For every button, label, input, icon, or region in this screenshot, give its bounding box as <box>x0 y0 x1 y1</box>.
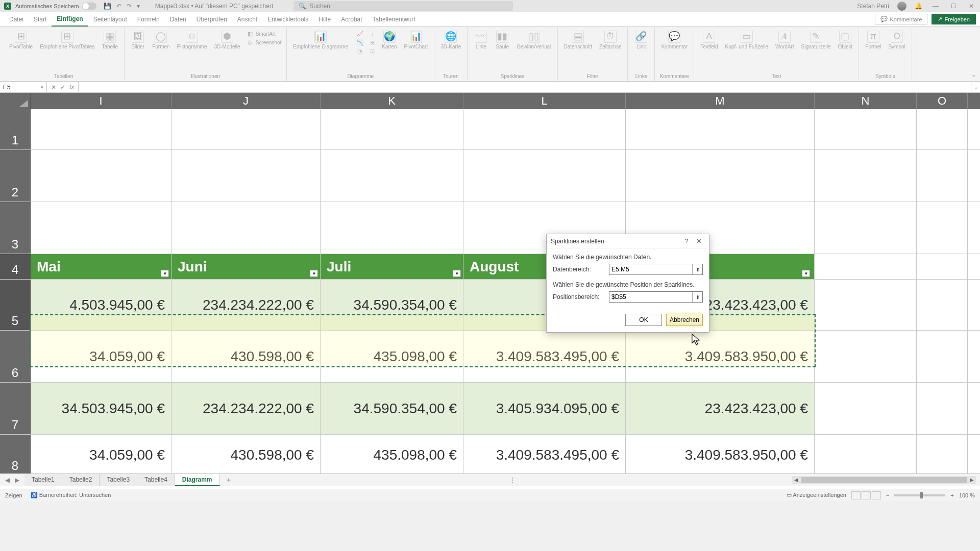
object-button[interactable]: ▢Objekt <box>835 30 855 51</box>
timeline-button[interactable]: ⏱Zeitachse <box>596 30 624 51</box>
column-header[interactable]: N <box>815 93 917 109</box>
signature-button[interactable]: ✎Signaturzeile <box>798 30 834 51</box>
save-icon[interactable]: 💾 <box>104 3 111 10</box>
cell[interactable] <box>626 150 815 202</box>
cell[interactable]: 3.409.583.950,00 € <box>626 331 815 382</box>
column-header[interactable]: J <box>172 93 321 109</box>
fx-icon[interactable]: fx <box>69 84 74 91</box>
name-box[interactable]: E5▾ <box>0 82 47 92</box>
zoom-level[interactable]: 100 % <box>959 492 975 498</box>
cell[interactable] <box>815 280 917 330</box>
column-header[interactable]: L <box>463 93 626 109</box>
cell[interactable]: 234.234.222,00 € <box>172 280 321 330</box>
chart-type-icon[interactable]: 📈 <box>354 30 365 38</box>
cell[interactable]: 34.590.354,00 € <box>321 280 463 330</box>
tab-start[interactable]: Start <box>29 13 52 26</box>
header-cell[interactable]: Juli▾ <box>321 254 463 279</box>
user-name[interactable]: Stefan Petri <box>857 3 889 10</box>
comment-button[interactable]: 💬Kommentar <box>658 30 691 51</box>
wordart-button[interactable]: 𝑨WordArt <box>772 30 797 51</box>
expand-formula-icon[interactable]: ⌄ <box>971 82 980 92</box>
cell[interactable] <box>917 202 968 254</box>
chevron-down-icon[interactable]: ▾ <box>41 85 43 90</box>
tab-seitenlayout[interactable]: Seitenlayout <box>88 13 132 26</box>
column-header[interactable]: O <box>917 93 968 109</box>
tab-formeln[interactable]: Formeln <box>132 13 165 26</box>
cell[interactable] <box>815 150 917 202</box>
cell[interactable]: 23.423.423,00 € <box>626 383 815 434</box>
equation-button[interactable]: πFormel <box>862 30 884 51</box>
position-range-input[interactable] <box>609 292 692 302</box>
table-button[interactable]: ▦Tabelle <box>99 30 121 51</box>
row-header[interactable]: 6 <box>0 331 31 382</box>
range-selector-icon[interactable]: ⬆ <box>692 264 702 274</box>
sheet-tab[interactable]: Tabelle4 <box>137 474 175 486</box>
scrollbar-thumb[interactable] <box>801 477 967 483</box>
cell[interactable]: 34.059,00 € <box>31 435 172 475</box>
cell[interactable]: 435.098,00 € <box>321 435 463 475</box>
filter-icon[interactable]: ▾ <box>453 270 461 277</box>
sparkline-winloss-button[interactable]: ▯▯Gewinn/Verlust <box>513 30 554 51</box>
chart-type-icon[interactable]: ⊡ <box>366 47 378 55</box>
notifications-icon[interactable]: 🔔 <box>915 3 922 10</box>
cell[interactable] <box>917 280 968 330</box>
sheet-tab[interactable]: Tabelle2 <box>62 474 100 486</box>
cell[interactable] <box>815 202 917 254</box>
cell[interactable] <box>815 109 917 149</box>
shapes-button[interactable]: ◯Formen <box>149 30 173 51</box>
cell[interactable]: 34.590.354,00 € <box>321 383 463 434</box>
zoom-in-icon[interactable]: + <box>950 492 953 498</box>
header-cell[interactable]: Mai▾ <box>31 254 172 279</box>
sparkline-line-button[interactable]: 〰Linie <box>471 30 491 51</box>
redo-icon[interactable]: ↷ <box>127 3 132 10</box>
sheet-next-icon[interactable]: ▶ <box>15 477 19 484</box>
cell[interactable] <box>917 109 968 149</box>
autosave-toggle[interactable]: Automatisches Speichern <box>15 3 96 10</box>
undo-icon[interactable]: ↶ <box>116 3 121 10</box>
cell[interactable] <box>172 150 321 202</box>
row-header[interactable]: 2 <box>0 150 31 202</box>
sheet-tab[interactable]: Tabelle1 <box>24 474 62 486</box>
range-selector-icon[interactable]: ⬆ <box>692 292 702 302</box>
tab-daten[interactable]: Daten <box>165 13 191 26</box>
cell[interactable] <box>917 254 968 279</box>
view-mode-buttons[interactable] <box>851 491 881 499</box>
pictures-button[interactable]: 🖼Bilder <box>128 30 148 51</box>
row-header[interactable]: 5 <box>0 280 31 330</box>
column-header[interactable]: K <box>321 93 463 109</box>
cell[interactable] <box>815 331 917 382</box>
scroll-right-icon[interactable]: ▶ <box>968 477 976 483</box>
toggle-off-icon[interactable] <box>82 3 96 10</box>
tab-tabellenentwurf[interactable]: Tabellenentwurf <box>368 13 421 26</box>
data-range-input[interactable] <box>609 264 692 274</box>
pivotchart-button[interactable]: 📊PivotChart <box>401 30 431 51</box>
zoom-slider[interactable] <box>894 494 945 496</box>
header-footer-button[interactable]: ▭Kopf- und Fußzeile <box>722 30 772 51</box>
cell[interactable]: 234.234.222,00 € <box>172 383 321 434</box>
display-settings-button[interactable]: ▭ Anzeigeeinstellungen <box>787 492 846 498</box>
cell[interactable] <box>917 150 968 202</box>
filter-icon[interactable]: ▾ <box>310 270 318 277</box>
close-window-icon[interactable]: ✕ <box>967 3 976 10</box>
row-header[interactable]: 7 <box>0 383 31 434</box>
cancel-formula-icon[interactable]: ✕ <box>51 84 56 91</box>
chart-type-icon[interactable]: ⊞ <box>366 38 378 46</box>
row-header[interactable]: 8 <box>0 435 31 475</box>
row-header[interactable]: 4 <box>0 254 31 279</box>
recommended-charts-button[interactable]: 📊Empfohlene Diagramme <box>290 30 351 51</box>
tab-datei[interactable]: Datei <box>4 13 29 26</box>
filter-icon[interactable]: ▾ <box>161 270 169 277</box>
tab-hilfe[interactable]: Hilfe <box>313 13 336 26</box>
cell[interactable] <box>815 435 917 475</box>
cell[interactable]: 430.598,00 € <box>172 435 321 475</box>
sheet-prev-icon[interactable]: ◀ <box>5 477 10 484</box>
cell[interactable] <box>321 109 463 149</box>
3d-map-button[interactable]: 🌐3D-Karte <box>437 30 464 51</box>
cell[interactable] <box>321 202 463 254</box>
column-header[interactable]: I <box>31 93 172 109</box>
select-all-corner[interactable] <box>0 93 31 109</box>
cell[interactable] <box>626 109 815 149</box>
chart-type-icon[interactable]: 📉 <box>354 38 365 46</box>
chart-type-icon[interactable]: ⋮ <box>366 30 378 38</box>
sheet-tab[interactable]: Tabelle3 <box>100 474 137 486</box>
